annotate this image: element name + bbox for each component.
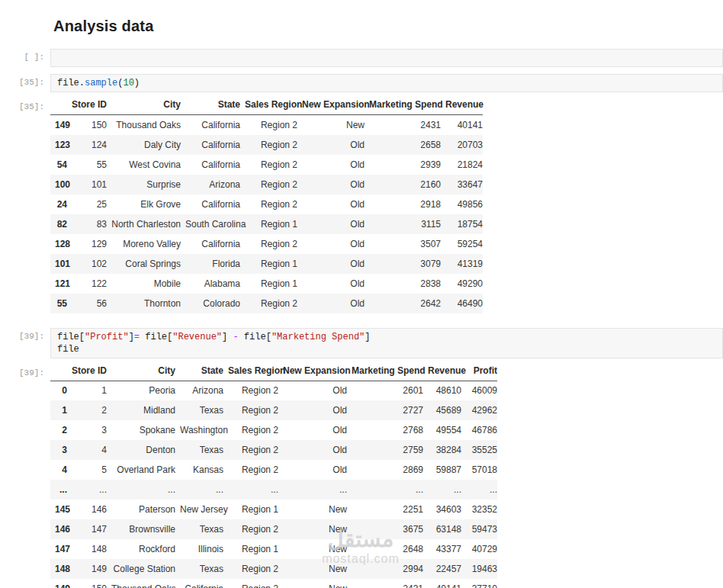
table-cell: 3 (67, 420, 107, 440)
row-index: 149 (50, 579, 67, 588)
table-cell: Daly City (107, 135, 181, 155)
table-cell: Illinois (175, 539, 223, 559)
table-row: 5455West CovinaCaliforniaRegion 2Old2939… (50, 155, 483, 175)
code-token: ] (222, 332, 233, 342)
table-cell: 41319 (441, 254, 483, 274)
table-cell: 2 (67, 400, 107, 420)
code-token: file[ (239, 332, 272, 342)
table-cell: ... (461, 480, 497, 500)
table-cell: Region 2 (240, 115, 297, 135)
table-cell: Washington (175, 420, 223, 440)
table-cell: 129 (67, 234, 107, 254)
code-token: ] (129, 332, 134, 342)
table-cell: Overland Park (107, 460, 175, 480)
table-cell: Elk Grove (107, 194, 181, 214)
table-cell: Region 2 (223, 420, 278, 440)
table-cell: 4 (67, 440, 107, 460)
table-corner (50, 365, 67, 381)
table-cell: ... (423, 480, 461, 500)
table-cell: Florida (181, 254, 240, 274)
code-line: file.sample(10) (57, 77, 716, 89)
table-cell: 43377 (423, 539, 461, 559)
table-cell: Region 1 (240, 254, 297, 274)
code-input-empty[interactable] (50, 49, 723, 67)
row-index: 24 (50, 194, 67, 214)
table-cell: 2648 (347, 539, 423, 559)
column-header: Sales Region (240, 98, 297, 115)
table-cell: ... (175, 480, 223, 500)
code-token: - (233, 332, 238, 342)
table-row: 149150Thousand OaksCaliforniaRegion 2New… (50, 579, 497, 588)
code-token: "Profit" (85, 332, 129, 342)
table-cell: 148 (67, 539, 107, 559)
page-title: Analysis data (0, 0, 723, 37)
table-cell: 2642 (365, 294, 441, 313)
table-cell: Texas (175, 559, 223, 579)
code-token: ] (365, 332, 370, 342)
table-cell: 42962 (461, 400, 497, 420)
code-token: "Marketing Spend" (272, 332, 365, 342)
column-header: State (181, 98, 240, 115)
table-cell: California (181, 115, 240, 135)
table-cell: 40141 (441, 115, 483, 135)
table-cell: 2768 (347, 420, 423, 440)
output-cell-39: [39]: Store IDCityStateSales RegionNew E… (0, 365, 723, 588)
table-cell: Region 1 (240, 274, 297, 294)
table-cell: 40729 (461, 539, 497, 559)
row-index: 146 (50, 519, 67, 539)
table-cell: ... (67, 480, 107, 500)
table-cell: 46786 (461, 420, 497, 440)
table-cell: Region 1 (223, 539, 278, 559)
dataframe-profit: Store IDCityStateSales RegionNew Expansi… (50, 365, 497, 588)
table-row: 147148RockfordIllinoisRegion 1New2648433… (50, 539, 497, 559)
table-cell: Kansas (175, 460, 223, 480)
table-cell: California (175, 579, 223, 588)
table-cell: 150 (67, 579, 107, 588)
table-cell: Region 2 (240, 234, 297, 254)
table-cell: Arizona (181, 175, 240, 194)
code-token: file[ (140, 332, 172, 342)
table-cell: Thousand Oaks (107, 579, 175, 588)
table-cell: Arizona (175, 381, 223, 400)
table-cell: 55 (67, 155, 107, 175)
table-cell: Spokane (107, 420, 175, 440)
column-header: Store ID (67, 365, 107, 381)
row-index: 148 (50, 559, 67, 579)
table-cell: 102 (67, 254, 107, 274)
code-token: = (134, 332, 140, 342)
output-prompt: [39]: (0, 365, 44, 378)
input-prompt: [35]: (0, 74, 44, 87)
table-row: 12MidlandTexasRegion 2Old27274568942962 (50, 400, 497, 420)
table-cell: Colorado (181, 294, 240, 313)
row-index: 101 (50, 254, 67, 274)
table-cell: 56 (67, 294, 107, 313)
table-cell: 2431 (365, 115, 441, 135)
table-cell: ... (107, 480, 175, 500)
table-cell: 2431 (347, 579, 423, 588)
table-cell: Old (297, 234, 365, 254)
table-cell: Old (297, 214, 365, 234)
code-input-35[interactable]: file.sample(10) (50, 74, 723, 92)
table-cell: Texas (175, 400, 223, 420)
row-index: 145 (50, 500, 67, 519)
table-cell: 2838 (365, 274, 441, 294)
table-cell: Region 2 (240, 155, 297, 175)
table-cell: Old (278, 420, 347, 440)
table-cell: Old (278, 400, 347, 420)
table-cell: 2601 (347, 381, 423, 400)
table-cell: 149 (67, 559, 107, 579)
table-row: 123124Daly CityCaliforniaRegion 2Old2658… (50, 135, 483, 155)
table-cell: Old (297, 274, 365, 294)
table-cell: 101 (67, 175, 107, 194)
table-cell: 20703 (441, 135, 483, 155)
code-cell-35: [35]: file.sample(10) (0, 74, 723, 92)
code-token: file[ (57, 332, 85, 342)
table-cell: 49554 (423, 420, 461, 440)
table-cell: South Carolina (181, 214, 240, 234)
code-input-39[interactable]: file["Profit"]= file["Revenue"] - file["… (50, 328, 723, 358)
column-header: Marketing Spend (347, 365, 423, 381)
table-cell: 1 (67, 381, 107, 400)
code-token: ) (134, 78, 140, 88)
row-index: 128 (50, 234, 67, 254)
table-cell: Moreno Valley (107, 234, 181, 254)
